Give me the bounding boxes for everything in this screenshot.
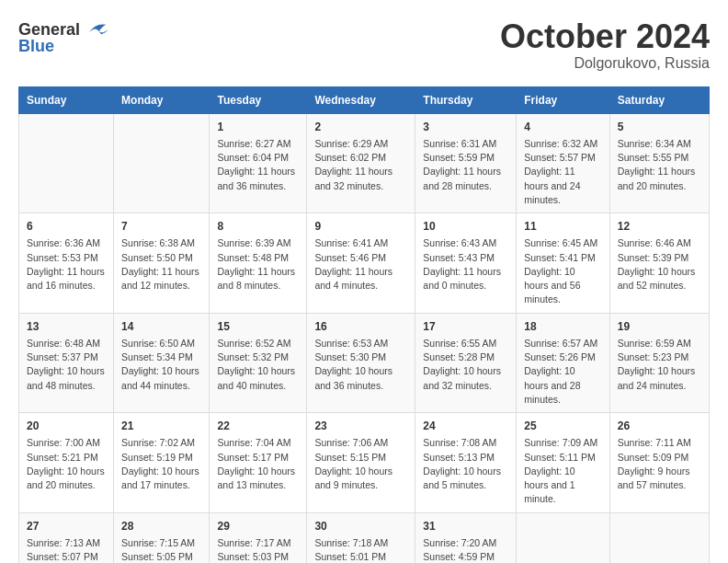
calendar-cell: 13Sunrise: 6:48 AMSunset: 5:37 PMDayligh… [19,313,114,412]
daylight: Daylight: 9 hours and 57 minutes. [618,465,701,492]
daylight: Daylight: 10 hours and 20 minutes. [27,465,106,492]
calendar-cell: 12Sunrise: 6:46 AMSunset: 5:39 PMDayligh… [609,213,709,313]
calendar-cell: 31Sunrise: 7:20 AMSunset: 4:59 PMDayligh… [415,512,517,563]
sunset: Sunset: 5:41 PM [524,251,602,265]
daylight: Daylight: 10 hours and 28 minutes. [524,364,602,407]
sunset: Sunset: 5:01 PM [314,550,407,563]
sunrise: Sunrise: 6:59 AM [618,337,701,350]
sunrise: Sunrise: 6:45 AM [524,236,602,250]
day-number: 1 [217,120,299,135]
calendar-cell: 24Sunrise: 7:08 AMSunset: 5:13 PMDayligh… [415,413,517,512]
sunset: Sunset: 5:28 PM [423,350,508,364]
sunrise: Sunrise: 7:06 AM [314,436,407,450]
sunrise: Sunrise: 6:27 AM [217,137,299,151]
sunset: Sunset: 5:39 PM [618,251,701,265]
sunset: Sunset: 5:53 PM [27,251,106,265]
calendar-cell: 10Sunrise: 6:43 AMSunset: 5:43 PMDayligh… [415,213,517,313]
sunrise: Sunrise: 6:34 AM [618,137,701,151]
day-number: 5 [618,120,701,135]
daylight: Daylight: 10 hours and 56 minutes. [524,265,602,307]
daylight: Daylight: 11 hours and 16 minutes. [27,265,106,293]
sunset: Sunset: 5:32 PM [217,350,299,364]
day-number: 13 [27,319,106,335]
calendar-cell: 8Sunrise: 6:39 AMSunset: 5:48 PMDaylight… [210,213,307,313]
weekday-header-row: SundayMondayTuesdayWednesdayThursdayFrid… [19,86,710,113]
week-row-5: 27Sunrise: 7:13 AMSunset: 5:07 PMDayligh… [19,512,710,563]
sunrise: Sunrise: 7:18 AM [314,536,407,550]
daylight: Daylight: 10 hours and 32 minutes. [423,364,508,392]
calendar-cell: 1Sunrise: 6:27 AMSunset: 6:04 PMDaylight… [210,113,307,213]
sunset: Sunset: 5:09 PM [618,451,701,465]
day-number: 9 [314,219,407,235]
calendar-cell [517,512,610,563]
calendar-cell [114,113,210,213]
daylight: Daylight: 10 hours and 36 minutes. [314,364,407,392]
sunset: Sunset: 5:46 PM [314,251,407,265]
calendar-cell: 5Sunrise: 6:34 AMSunset: 5:55 PMDaylight… [609,113,709,213]
calendar-table: SundayMondayTuesdayWednesdayThursdayFrid… [18,86,710,563]
sunrise: Sunrise: 7:11 AM [618,436,701,450]
weekday-header-sunday: Sunday [19,86,114,113]
sunset: Sunset: 5:37 PM [27,350,106,364]
sunset: Sunset: 5:34 PM [121,350,201,364]
weekday-header-wednesday: Wednesday [307,86,415,113]
day-number: 7 [121,219,201,235]
daylight: Daylight: 11 hours and 36 minutes. [217,165,299,192]
calendar-cell: 30Sunrise: 7:18 AMSunset: 5:01 PMDayligh… [307,512,415,563]
day-number: 23 [314,419,407,434]
calendar-cell: 25Sunrise: 7:09 AMSunset: 5:11 PMDayligh… [517,413,610,512]
sunrise: Sunrise: 6:57 AM [524,337,602,350]
calendar-cell: 20Sunrise: 7:00 AMSunset: 5:21 PMDayligh… [19,413,114,512]
calendar-cell: 18Sunrise: 6:57 AMSunset: 5:26 PMDayligh… [517,313,610,412]
day-number: 21 [121,419,201,434]
sunset: Sunset: 6:02 PM [314,151,407,165]
daylight: Daylight: 10 hours and 1 minute. [524,465,602,507]
sunrise: Sunrise: 6:39 AM [217,236,299,250]
calendar-cell: 6Sunrise: 6:36 AMSunset: 5:53 PMDaylight… [19,213,114,313]
day-number: 24 [423,419,508,434]
sunset: Sunset: 4:59 PM [423,550,508,563]
daylight: Daylight: 11 hours and 24 minutes. [524,165,602,207]
calendar-cell: 23Sunrise: 7:06 AMSunset: 5:15 PMDayligh… [307,413,415,512]
sunset: Sunset: 5:05 PM [121,550,201,563]
sunset: Sunset: 5:03 PM [217,550,299,563]
week-row-4: 20Sunrise: 7:00 AMSunset: 5:21 PMDayligh… [19,413,710,512]
sunrise: Sunrise: 6:41 AM [314,236,407,250]
sunrise: Sunrise: 6:50 AM [121,337,201,350]
daylight: Daylight: 11 hours and 20 minutes. [618,165,701,192]
weekday-header-saturday: Saturday [609,86,709,113]
day-number: 22 [217,419,299,434]
calendar-cell: 19Sunrise: 6:59 AMSunset: 5:23 PMDayligh… [609,313,709,412]
sunset: Sunset: 5:19 PM [121,451,201,465]
sunset: Sunset: 5:59 PM [423,151,508,165]
sunset: Sunset: 5:13 PM [423,451,508,465]
calendar-cell: 15Sunrise: 6:52 AMSunset: 5:32 PMDayligh… [210,313,307,412]
calendar-cell: 17Sunrise: 6:55 AMSunset: 5:28 PMDayligh… [415,313,517,412]
logo: General Blue [18,18,109,56]
calendar-cell: 7Sunrise: 6:38 AMSunset: 5:50 PMDaylight… [114,213,210,313]
calendar-cell: 29Sunrise: 7:17 AMSunset: 5:03 PMDayligh… [210,512,307,563]
calendar-cell: 14Sunrise: 6:50 AMSunset: 5:34 PMDayligh… [114,313,210,412]
sunset: Sunset: 5:30 PM [314,350,407,364]
calendar-cell: 3Sunrise: 6:31 AMSunset: 5:59 PMDaylight… [415,113,517,213]
calendar-cell: 21Sunrise: 7:02 AMSunset: 5:19 PMDayligh… [114,413,210,512]
sunset: Sunset: 5:48 PM [217,251,299,265]
day-number: 14 [121,319,201,335]
daylight: Daylight: 10 hours and 40 minutes. [217,364,299,392]
daylight: Daylight: 11 hours and 32 minutes. [314,165,407,192]
sunrise: Sunrise: 6:29 AM [314,137,407,151]
day-number: 2 [314,120,407,135]
day-number: 16 [314,319,407,335]
sunset: Sunset: 5:26 PM [524,350,602,364]
daylight: Daylight: 10 hours and 48 minutes. [27,364,106,392]
week-row-1: 1Sunrise: 6:27 AMSunset: 6:04 PMDaylight… [19,113,710,213]
calendar-cell: 11Sunrise: 6:45 AMSunset: 5:41 PMDayligh… [517,213,610,313]
daylight: Daylight: 10 hours and 44 minutes. [121,364,201,392]
daylight: Daylight: 10 hours and 24 minutes. [618,364,701,392]
daylight: Daylight: 11 hours and 28 minutes. [423,165,508,192]
sunset: Sunset: 5:55 PM [618,151,701,165]
calendar-cell: 27Sunrise: 7:13 AMSunset: 5:07 PMDayligh… [19,512,114,563]
location-title: Dolgorukovo, Russia [500,55,710,72]
day-number: 27 [27,519,106,534]
day-number: 17 [423,319,508,335]
